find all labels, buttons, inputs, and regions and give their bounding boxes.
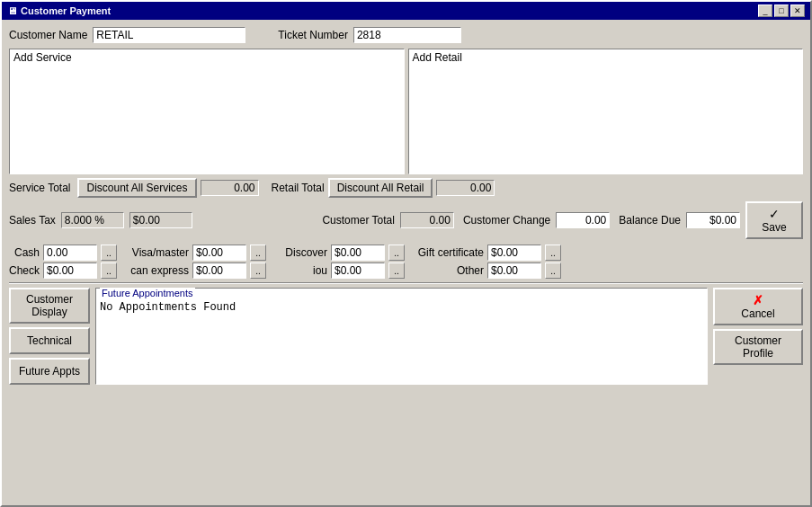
ticket-number-label: Ticket Number [278, 29, 348, 41]
title-bar: 🖥 Customer Payment _ □ ✕ [2, 2, 810, 20]
close-button[interactable]: ✕ [790, 4, 805, 17]
main-window: 🖥 Customer Payment _ □ ✕ Customer Name T… [0, 0, 812, 507]
header-row: Customer Name Ticket Number [9, 27, 803, 43]
totals-row: Service Total Discount All Services Reta… [9, 178, 803, 198]
visa-input[interactable] [192, 245, 246, 261]
customer-change-label: Customer Change [463, 214, 550, 227]
future-appts-title: Future Appointments [100, 288, 195, 298]
check-label: Check [9, 264, 40, 277]
main-panels: Add Service Add Retail [9, 49, 803, 174]
save-button[interactable]: ✓ Save [745, 201, 803, 239]
customer-profile-button[interactable]: Customer Profile [713, 329, 803, 365]
payment-row-2: Check .. can express .. iou .. Other .. [9, 262, 803, 279]
retail-total-label: Retail Total [272, 182, 325, 194]
gift-cert-label: Gift certificate [412, 246, 484, 259]
can-express-input[interactable] [192, 262, 246, 279]
bottom-section: CustomerDisplay Technical Future Appts F… [9, 288, 803, 385]
balance-due-label: Balance Due [619, 214, 681, 227]
sales-tax-label: Sales Tax [9, 214, 56, 227]
cancel-label: Cancel [741, 307, 774, 320]
discover-input[interactable] [331, 245, 385, 261]
other-input[interactable] [487, 262, 541, 279]
gift-cert-input[interactable] [487, 245, 541, 261]
technical-button[interactable]: Technical [9, 327, 90, 354]
visa-dotdot-button[interactable]: .. [250, 245, 266, 261]
customer-display-button[interactable]: CustomerDisplay [9, 288, 90, 324]
x-cancel-icon: ✗ [753, 293, 763, 307]
discover-label: Discover [273, 246, 327, 259]
retail-total-input[interactable] [436, 180, 495, 196]
future-appts-button[interactable]: Future Appts [9, 358, 90, 385]
other-label: Other [412, 264, 484, 277]
service-total-input[interactable] [201, 180, 259, 196]
balance-due-input[interactable] [686, 212, 740, 228]
retail-area[interactable]: Add Retail [408, 49, 804, 174]
other-dotdot-button[interactable]: .. [545, 262, 561, 279]
maximize-button[interactable]: □ [774, 4, 789, 17]
discount-all-retail-button[interactable]: Discount All Retail [328, 178, 433, 198]
customer-change-input[interactable] [556, 212, 610, 228]
retail-panel: Add Retail [408, 49, 804, 174]
customer-total-row: Customer Total 0.00 Customer Change Bala… [322, 212, 740, 228]
customer-total-label: Customer Total [322, 214, 394, 227]
iou-label: iou [273, 264, 327, 277]
service-total-label: Service Total [9, 182, 70, 194]
service-panel: Add Service [9, 49, 405, 174]
check-icon: ✓ [769, 207, 780, 221]
cash-input[interactable] [43, 245, 97, 261]
add-service-text: Add Service [13, 51, 72, 64]
save-label: Save [762, 221, 786, 234]
ticket-number-input[interactable] [353, 27, 461, 43]
no-appointments-text: No Appointments Found [100, 301, 236, 314]
customer-name-input[interactable] [93, 27, 245, 43]
check-dotdot-button[interactable]: .. [101, 262, 117, 279]
iou-input[interactable] [331, 262, 385, 279]
window-title: 🖥 Customer Payment [7, 5, 111, 16]
tax-row: Sales Tax 8.000 % $0.00 Customer Total 0… [9, 201, 803, 239]
customer-name-label: Customer Name [9, 29, 87, 41]
minimize-button[interactable]: _ [758, 4, 772, 17]
title-bar-buttons: _ □ ✕ [758, 4, 805, 17]
divider [9, 282, 803, 284]
discount-all-services-button[interactable]: Discount All Services [77, 178, 196, 198]
customer-total-value: 0.00 [400, 212, 454, 228]
service-area[interactable]: Add Service [9, 49, 405, 174]
can-express-label: can express [124, 264, 189, 277]
add-retail-text: Add Retail [413, 51, 462, 64]
right-buttons: ✗ Cancel Customer Profile [713, 288, 803, 385]
left-buttons: CustomerDisplay Technical Future Appts [9, 288, 90, 385]
content-area: Customer Name Ticket Number Add Service … [2, 20, 810, 392]
cash-label: Cash [9, 246, 40, 259]
cancel-button[interactable]: ✗ Cancel [713, 288, 803, 325]
tax-rate-box: 8.000 % [61, 212, 124, 228]
can-express-dotdot-button[interactable]: .. [250, 262, 266, 279]
discover-dotdot-button[interactable]: .. [388, 245, 405, 261]
gift-cert-dotdot-button[interactable]: .. [545, 245, 561, 261]
visa-label: Visa/master [124, 246, 189, 259]
payment-row-1: Cash .. Visa/master .. Discover .. Gift … [9, 245, 803, 261]
iou-dotdot-button[interactable]: .. [388, 262, 405, 279]
cash-dotdot-button[interactable]: .. [101, 245, 117, 261]
future-appointments-box: Future Appointments No Appointments Foun… [95, 288, 708, 385]
check-input[interactable] [43, 262, 97, 279]
tax-amount-box: $0.00 [129, 212, 192, 228]
